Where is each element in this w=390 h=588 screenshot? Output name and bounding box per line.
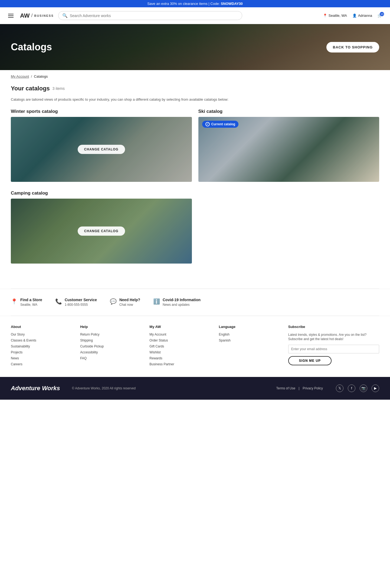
logo-slash: / — [31, 13, 32, 18]
sign-me-up-button[interactable]: SIGN ME UP — [288, 356, 332, 365]
promo-code: SNOWDAY30 — [221, 2, 243, 6]
facebook-icon[interactable]: f — [348, 385, 355, 392]
search-bar[interactable]: 🔍 — [58, 11, 242, 20]
youtube-icon[interactable]: ▶ — [372, 385, 379, 392]
promo-bar: Save an extra 30% on clearance items | C… — [0, 0, 390, 7]
search-icon: 🔍 — [62, 13, 68, 18]
footer-col-help-heading: Help — [80, 325, 141, 329]
catalog-card-camping: CHANGE CATALOG — [11, 199, 192, 264]
footer-terms-link[interactable]: Terms of Use — [276, 386, 296, 390]
footer-col-language: Language English Spanish — [219, 325, 280, 368]
footer-link-sustainability[interactable]: Sustainability — [11, 344, 71, 348]
footer-col-my-aw: My AW My Account Order Status Gift Cards… — [149, 325, 210, 368]
store-title: Find a Store — [20, 298, 42, 302]
footer-link-business-partner[interactable]: Business Partner — [149, 362, 210, 366]
hero-title: Catalogs — [11, 41, 52, 53]
footer-link-our-story[interactable]: Our Story — [11, 333, 71, 336]
footer-link-english[interactable]: English — [219, 333, 280, 336]
twitter-icon[interactable]: 𝕏 — [336, 385, 343, 392]
location-icon: 📍 — [323, 14, 327, 18]
customer-icon: 📞 — [55, 298, 62, 305]
nav-cart[interactable]: 🛒 10 — [378, 14, 382, 18]
hero-banner: Catalogs BACK TO SHOPPING — [0, 24, 390, 70]
footer-link-return-policy[interactable]: Return Policy — [80, 333, 141, 336]
store-subtitle: Seattle, WA — [20, 303, 37, 307]
subscribe-description: Latest trends, styles & promotions. Are … — [288, 333, 379, 342]
current-catalog-label: Current catalog — [211, 122, 235, 126]
footer-social: 𝕏 f 📷 ▶ — [336, 385, 379, 392]
footer-legal: Terms of Use | Privacy Policy — [276, 386, 323, 390]
section-count: 3 items — [53, 86, 65, 91]
footer-privacy-link[interactable]: Privacy Policy — [303, 386, 323, 390]
footer-info-customer-text: Customer Service 1-800-555-5555 — [65, 298, 97, 307]
catalog-row-2: Camping catalog CHANGE CATALOG — [11, 190, 379, 264]
footer-col-help: Help Return Policy Shipping Curbside Pic… — [80, 325, 141, 368]
cart-badge: 10 — [380, 12, 384, 16]
footer-bottom: Adventure Works © Adventure Works, 2020 … — [0, 377, 390, 400]
back-to-shopping-button[interactable]: BACK TO SHOPPING — [326, 42, 379, 52]
user-name: Adrianna — [358, 14, 372, 18]
footer-col-about-heading: About — [11, 325, 71, 329]
catalog-card-ski: ✓ Current catalog — [198, 117, 379, 182]
footer-link-projects[interactable]: Projects — [11, 350, 71, 354]
footer-link-order-status[interactable]: Order Status — [149, 339, 210, 342]
footer-col-subscribe-heading: Subscribe — [288, 325, 379, 329]
footer-link-accessibility[interactable]: Accessibility — [80, 350, 141, 354]
catalog-label-ski: Ski catalog — [198, 109, 379, 114]
covid-title: Covid-19 Information — [163, 298, 201, 302]
footer-link-shipping[interactable]: Shipping — [80, 339, 141, 342]
footer-col-my-aw-heading: My AW — [149, 325, 210, 329]
footer-link-wishlist[interactable]: Wishlist — [149, 350, 210, 354]
hamburger-menu[interactable] — [8, 14, 14, 18]
catalog-label-winter: Winter sports catalog — [11, 109, 192, 114]
change-catalog-button-camping[interactable]: CHANGE CATALOG — [78, 226, 125, 236]
breadcrumb-current: Catalogs — [34, 74, 48, 78]
footer-link-gift-cards[interactable]: Gift Cards — [149, 344, 210, 348]
footer-info-customer[interactable]: 📞 Customer Service 1-800-555-5555 — [55, 298, 97, 307]
customer-phone: 1-800-555-5555 — [65, 303, 88, 307]
footer-info-help[interactable]: 💬 Need Help? Chat now — [110, 298, 140, 307]
change-catalog-button-winter[interactable]: CHANGE CATALOG — [78, 145, 125, 154]
nav-user[interactable]: 👤 Adrianna — [352, 14, 372, 18]
help-subtitle: Chat now — [119, 303, 133, 307]
footer-link-careers[interactable]: Careers — [11, 362, 71, 366]
search-input[interactable] — [70, 14, 238, 18]
covid-subtitle: News and updates — [163, 303, 189, 307]
catalog-item-ski: Ski catalog ✓ Current catalog — [198, 109, 379, 182]
footer-info-help-text: Need Help? Chat now — [119, 298, 140, 307]
customer-title: Customer Service — [65, 298, 97, 302]
footer-info-covid[interactable]: ℹ️ Covid-19 Information News and updates — [153, 298, 201, 307]
footer-link-my-account[interactable]: My Account — [149, 333, 210, 336]
footer-links: About Our Story Classes & Events Sustain… — [0, 316, 390, 377]
footer-link-spanish[interactable]: Spanish — [219, 339, 280, 342]
footer-info-store[interactable]: 📍 Find a Store Seattle, WA — [11, 298, 42, 307]
footer-legal-divider: | — [299, 386, 299, 390]
catalog-row-1: Winter sports catalog CHANGE CATALOG Ski… — [11, 109, 379, 182]
nav-location[interactable]: 📍 Seattle, WA — [323, 14, 347, 18]
user-icon: 👤 — [352, 14, 357, 18]
info-icon: ℹ️ — [153, 298, 160, 305]
store-icon: 📍 — [11, 298, 18, 305]
subscribe-email-input[interactable] — [288, 345, 379, 353]
footer-link-rewards[interactable]: Rewards — [149, 356, 210, 360]
footer-link-news[interactable]: News — [11, 356, 71, 360]
instagram-icon[interactable]: 📷 — [360, 385, 367, 392]
footer-copyright: © Adventure Works, 2020 All rights reser… — [72, 386, 270, 390]
section-title: Your catalogs 3 items — [11, 85, 379, 92]
breadcrumb-parent[interactable]: My Account — [11, 74, 29, 78]
breadcrumb: My Account / Catalogs — [0, 70, 390, 78]
footer-col-about: About Our Story Classes & Events Sustain… — [11, 325, 71, 368]
footer-logo: Adventure Works — [11, 385, 60, 392]
help-title: Need Help? — [119, 298, 140, 302]
footer-link-classes[interactable]: Classes & Events — [11, 339, 71, 342]
footer-col-subscribe: Subscribe Latest trends, styles & promot… — [288, 325, 379, 368]
current-catalog-badge: ✓ Current catalog — [202, 121, 239, 128]
logo-business: BUSINESS — [34, 14, 54, 17]
nav-logo[interactable]: AW / BUSINESS — [20, 12, 54, 19]
footer-info-covid-text: Covid-19 Information News and updates — [163, 298, 201, 307]
catalog-empty-slot — [198, 190, 379, 264]
footer-link-faq[interactable]: FAQ — [80, 356, 141, 360]
main-content: Your catalogs 3 items Catalogs are tailo… — [0, 78, 390, 288]
promo-text: Save an extra 30% on clearance items | C… — [147, 2, 221, 6]
footer-link-curbside[interactable]: Curbside Pickup — [80, 344, 141, 348]
